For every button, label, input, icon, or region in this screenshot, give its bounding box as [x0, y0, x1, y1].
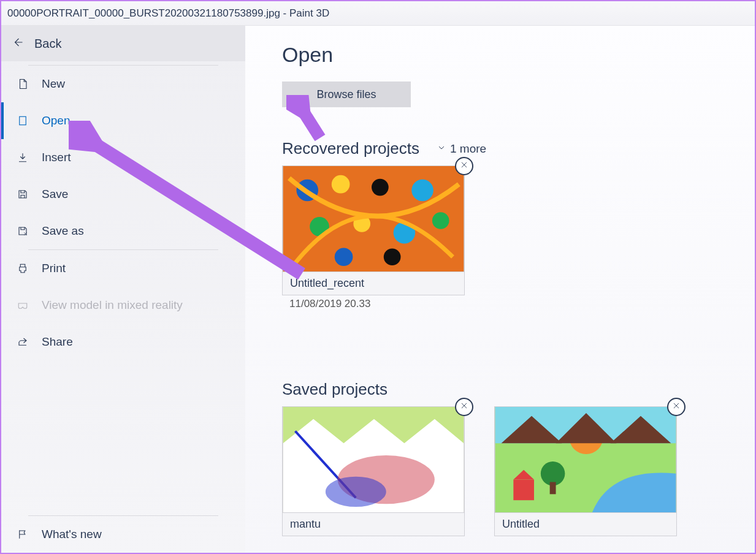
back-button[interactable]: Back: [1, 26, 245, 61]
svg-rect-0: [20, 116, 26, 125]
svg-point-9: [432, 212, 449, 229]
project-thumbnail: [494, 406, 677, 513]
project-timestamp: 11/08/2019 20.33: [282, 295, 465, 313]
project-name: mantu: [282, 513, 465, 536]
menu-label: Print: [42, 262, 66, 275]
page-title: Open: [282, 43, 730, 67]
menu-label: Insert: [42, 151, 71, 164]
mixed-reality-icon: [17, 300, 28, 311]
close-icon: [672, 401, 681, 412]
delete-project-button[interactable]: [667, 398, 685, 416]
menu-new[interactable]: New: [1, 66, 245, 102]
back-label: Back: [34, 37, 61, 51]
saved-heading: Saved projects: [282, 380, 388, 399]
menu-whatsnew[interactable]: What's new: [1, 516, 245, 553]
sidebar-menu: New Open Insert Save Save as Pri: [1, 61, 245, 515]
menu-label: Share: [42, 335, 73, 349]
menu-label: Save: [42, 188, 68, 201]
close-icon: [460, 401, 468, 412]
svg-point-3: [332, 175, 350, 194]
flag-icon: [17, 529, 28, 540]
close-icon: [460, 161, 468, 172]
menu-share[interactable]: Share: [1, 324, 245, 360]
menu-save[interactable]: Save: [1, 176, 245, 213]
chevron-down-icon: [437, 142, 446, 156]
saveas-icon: [17, 226, 28, 237]
svg-point-14: [326, 477, 386, 507]
print-icon: [17, 263, 28, 274]
saved-project-card[interactable]: mantu: [282, 406, 465, 536]
project-name: Untitled: [494, 513, 677, 536]
share-icon: [17, 336, 28, 347]
menu-label: Save as: [42, 224, 84, 238]
menu-open[interactable]: Open: [1, 102, 245, 139]
menu-label: What's new: [42, 528, 102, 541]
sidebar: Back New Open Insert Save Sav: [1, 26, 245, 553]
menu-insert[interactable]: Insert: [1, 139, 245, 176]
project-thumbnail: [282, 165, 465, 272]
menu-label: Open: [42, 114, 70, 127]
show-more-button[interactable]: 1 more: [437, 142, 486, 156]
delete-project-button[interactable]: [455, 157, 473, 175]
menu-label: New: [42, 77, 65, 91]
svg-point-18: [541, 461, 565, 486]
svg-point-10: [335, 248, 353, 266]
saved-project-card[interactable]: Untitled: [494, 406, 677, 536]
open-file-icon: [17, 115, 28, 126]
svg-point-4: [372, 179, 389, 196]
delete-project-button[interactable]: [455, 398, 473, 416]
browse-files-button[interactable]: Browse files: [282, 82, 411, 107]
new-file-icon: [17, 78, 28, 89]
menu-print[interactable]: Print: [1, 250, 245, 287]
recovered-heading: Recovered projects: [282, 139, 419, 158]
menu-viewmr: View model in mixed reality: [1, 287, 245, 324]
window-title: 00000PORTRAIT_00000_BURST202003211807538…: [1, 1, 755, 26]
project-thumbnail: [282, 406, 465, 513]
main-pane: Open Browse files Recovered projects 1 m…: [245, 26, 755, 553]
menu-saveas[interactable]: Save as: [1, 213, 245, 249]
more-label: 1 more: [450, 142, 486, 156]
svg-point-11: [384, 248, 401, 265]
recovered-project-card[interactable]: Untitled_recent 11/08/2019 20.33: [282, 165, 465, 313]
insert-icon: [17, 152, 28, 163]
svg-point-5: [411, 180, 433, 202]
back-arrow-icon: [12, 37, 23, 51]
svg-rect-19: [550, 482, 556, 495]
save-icon: [17, 189, 28, 200]
svg-rect-20: [513, 480, 534, 501]
project-name: Untitled_recent: [282, 272, 465, 295]
menu-label: View model in mixed reality: [42, 298, 183, 312]
